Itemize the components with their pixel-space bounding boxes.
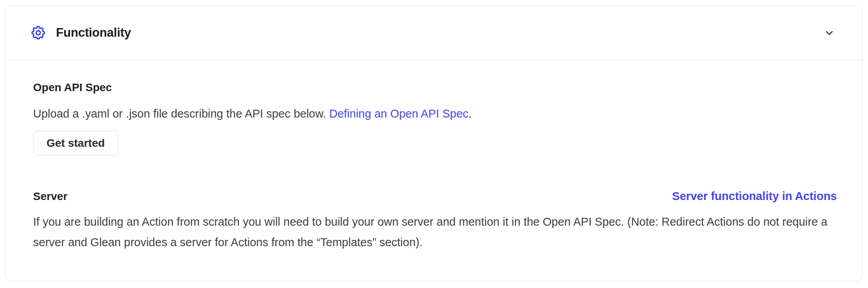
- server-section: Server Server functionality in Actions I…: [33, 189, 837, 252]
- open-api-spec-description-text: Upload a .yaml or .json file describing …: [33, 107, 326, 120]
- gear-icon: [30, 24, 47, 41]
- open-api-spec-heading: Open API Spec: [33, 80, 837, 95]
- open-api-spec-description: Upload a .yaml or .json file describing …: [33, 106, 837, 122]
- functionality-panel: Functionality Open API Spec Upload a .ya…: [5, 5, 862, 281]
- panel-body: Open API Spec Upload a .yaml or .json fi…: [6, 60, 862, 252]
- chevron-down-icon[interactable]: [823, 26, 836, 39]
- defining-open-api-spec-link[interactable]: Defining an Open API Spec.: [329, 107, 471, 120]
- server-heading-row: Server Server functionality in Actions: [33, 189, 837, 204]
- panel-header-left: Functionality: [30, 24, 131, 41]
- server-functionality-link[interactable]: Server functionality in Actions: [672, 190, 837, 203]
- functionality-panel-header[interactable]: Functionality: [6, 6, 862, 60]
- panel-title: Functionality: [56, 26, 131, 40]
- get-started-button[interactable]: Get started: [33, 131, 118, 155]
- server-heading: Server: [33, 189, 67, 204]
- open-api-spec-section: Open API Spec Upload a .yaml or .json fi…: [33, 80, 837, 155]
- server-description: If you are building an Action from scrat…: [33, 211, 837, 252]
